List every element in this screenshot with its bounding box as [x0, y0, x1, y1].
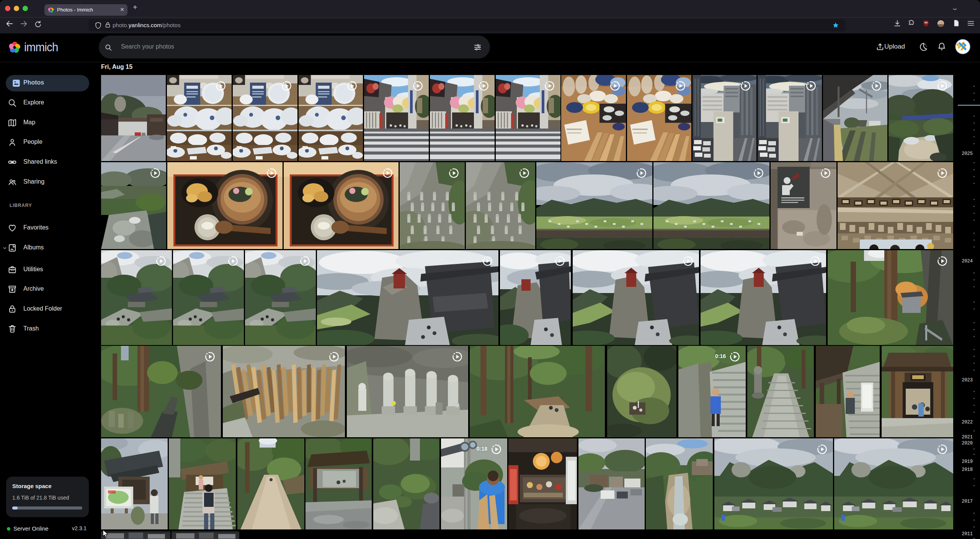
svg-text:uo: uo	[924, 21, 928, 24]
